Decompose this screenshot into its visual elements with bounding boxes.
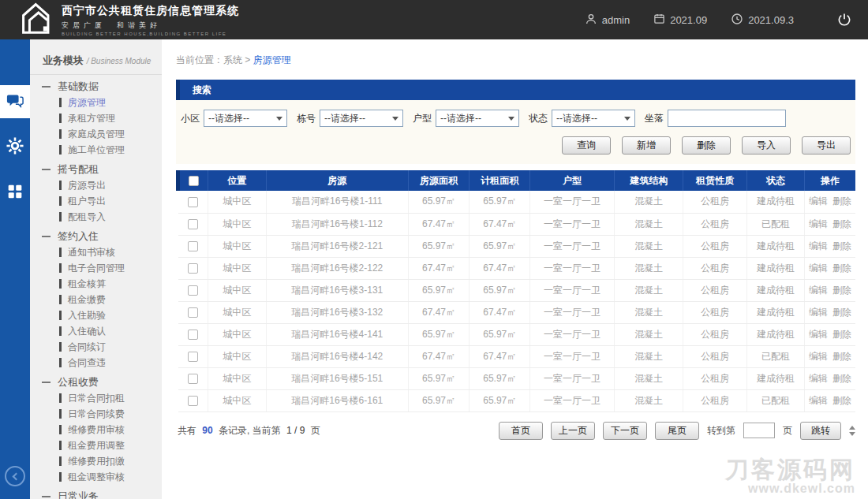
sidebar-item-label: 合同查违 bbox=[68, 356, 106, 370]
spinner-down-icon[interactable] bbox=[849, 432, 855, 439]
cell-rent_area: 65.97㎡ bbox=[470, 279, 530, 301]
sidebar-section-header[interactable]: 摇号配租 bbox=[30, 161, 162, 177]
collapse-button[interactable] bbox=[5, 466, 25, 486]
delete-link[interactable]: 删除 bbox=[832, 395, 851, 406]
cell-status: 已配租 bbox=[747, 389, 805, 411]
edit-link[interactable]: 编辑 bbox=[809, 263, 828, 274]
edit-link[interactable]: 编辑 bbox=[809, 395, 828, 406]
first-page-button[interactable]: 首页 bbox=[499, 422, 543, 440]
sidebar-item[interactable]: 房源管理 bbox=[30, 95, 162, 110]
column-header: 操作 bbox=[805, 170, 855, 191]
select-dropdown[interactable]: --请选择-- bbox=[552, 110, 635, 127]
breadcrumb-current[interactable]: 房源管理 bbox=[253, 54, 291, 65]
spinner-control[interactable] bbox=[849, 423, 855, 439]
sidebar-item[interactable]: 合同续订 bbox=[30, 339, 162, 355]
sidebar-item-label: 日常合同续费 bbox=[68, 408, 125, 421]
delete-link[interactable]: 删除 bbox=[832, 263, 851, 274]
sidebar-section-header[interactable]: 日常业务 bbox=[30, 488, 162, 499]
sidebar-item[interactable]: 电子合同管理 bbox=[30, 260, 162, 276]
goto-page-input[interactable] bbox=[743, 423, 775, 438]
sidebar-item[interactable]: 合同查违 bbox=[30, 355, 162, 371]
edit-link[interactable]: 编辑 bbox=[809, 218, 828, 229]
power-icon[interactable] bbox=[836, 12, 852, 28]
house-logo-icon bbox=[21, 2, 54, 37]
sidebar-item[interactable]: 租金费用调整 bbox=[30, 438, 162, 453]
action-button-3[interactable]: 导入 bbox=[742, 136, 791, 155]
delete-link[interactable]: 删除 bbox=[832, 329, 851, 340]
sidebar-item-label: 租金费用调整 bbox=[68, 439, 125, 452]
sidebar-item[interactable]: 日常合同续费 bbox=[30, 406, 162, 422]
row-checkbox[interactable] bbox=[188, 307, 198, 318]
sidebar-item[interactable]: 入住勘验 bbox=[30, 307, 162, 323]
sidebar-item[interactable]: 维修费用审核 bbox=[30, 422, 162, 438]
sidebar-section-header[interactable]: 签约入住 bbox=[30, 228, 162, 244]
sidebar-item[interactable]: 家庭成员管理 bbox=[30, 126, 162, 142]
edit-link[interactable]: 编辑 bbox=[809, 373, 828, 384]
action-button-4[interactable]: 导出 bbox=[802, 136, 851, 155]
edit-link[interactable]: 编辑 bbox=[809, 240, 828, 251]
select-dropdown[interactable]: --请选择-- bbox=[320, 110, 403, 127]
cell-layout: 一室一厅一卫 bbox=[530, 191, 614, 213]
action-button-1[interactable]: 新增 bbox=[622, 136, 671, 155]
sidebar-item[interactable]: 入住确认 bbox=[30, 323, 162, 339]
rail-item-apps[interactable] bbox=[0, 177, 30, 210]
sidebar-item[interactable]: 施工单位管理 bbox=[30, 142, 162, 158]
goto-suffix: 页 bbox=[783, 424, 792, 438]
sidebar-section: 签约入住通知书审核电子合同管理租金核算租金缴费入住勘验入住确认合同续订合同查违 bbox=[30, 228, 162, 371]
sidebar-item[interactable]: 维修费用扣缴 bbox=[30, 453, 162, 469]
select-all-checkbox[interactable] bbox=[189, 176, 199, 186]
sidebar-item[interactable]: 租金核算 bbox=[30, 276, 162, 292]
row-checkbox[interactable] bbox=[188, 374, 198, 384]
row-checkbox[interactable] bbox=[188, 396, 198, 406]
delete-link[interactable]: 删除 bbox=[832, 240, 851, 251]
sidebar-item[interactable]: 租金缴费 bbox=[30, 292, 162, 307]
sidebar-item[interactable]: 日常合同扣租 bbox=[30, 390, 162, 406]
last-page-button[interactable]: 尾页 bbox=[655, 422, 699, 440]
jump-button[interactable]: 跳转 bbox=[800, 422, 841, 440]
sidebar-section-header[interactable]: 公租收费 bbox=[30, 374, 162, 390]
cell-nature: 公租房 bbox=[683, 213, 747, 235]
address-input[interactable] bbox=[668, 110, 786, 127]
action-button-2[interactable]: 删除 bbox=[682, 136, 731, 155]
sidebar-section-header[interactable]: 基础数据 bbox=[30, 78, 162, 95]
row-checkbox[interactable] bbox=[188, 197, 198, 207]
rail-item-settings[interactable] bbox=[0, 131, 30, 164]
row-checkbox[interactable] bbox=[188, 352, 198, 362]
action-button-0[interactable]: 查询 bbox=[562, 136, 611, 155]
sidebar-item[interactable]: 房源导出 bbox=[30, 177, 162, 193]
sidebar-item[interactable]: 配租导入 bbox=[30, 209, 162, 225]
row-checkbox[interactable] bbox=[188, 285, 198, 296]
search-field: 栋号--请选择-- bbox=[297, 110, 403, 127]
delete-link[interactable]: 删除 bbox=[832, 285, 851, 296]
row-checkbox[interactable] bbox=[188, 330, 198, 340]
row-checkbox[interactable] bbox=[188, 241, 198, 251]
sidebar-item[interactable]: 租金调整审核 bbox=[30, 469, 162, 485]
sidebar-item[interactable]: 承租方管理 bbox=[30, 110, 162, 126]
delete-link[interactable]: 删除 bbox=[832, 307, 851, 318]
edit-link[interactable]: 编辑 bbox=[809, 351, 828, 362]
sidebar-item-label: 施工单位管理 bbox=[68, 143, 125, 157]
column-header: 房源 bbox=[266, 170, 408, 191]
edit-link[interactable]: 编辑 bbox=[809, 307, 828, 318]
delete-link[interactable]: 删除 bbox=[832, 351, 851, 362]
edit-link[interactable]: 编辑 bbox=[809, 196, 828, 207]
row-checkbox[interactable] bbox=[188, 263, 198, 274]
select-dropdown[interactable]: --请选择-- bbox=[204, 110, 287, 127]
cell-location: 城中区 bbox=[208, 301, 266, 323]
edit-link[interactable]: 编辑 bbox=[809, 285, 828, 296]
spinner-up-icon[interactable] bbox=[849, 423, 855, 430]
delete-link[interactable]: 删除 bbox=[832, 218, 851, 229]
delete-link[interactable]: 删除 bbox=[832, 373, 851, 384]
delete-link[interactable]: 删除 bbox=[832, 196, 851, 207]
sidebar-item[interactable]: 通知书审核 bbox=[30, 244, 162, 260]
cell-location: 城中区 bbox=[208, 389, 266, 411]
row-checkbox[interactable] bbox=[188, 219, 198, 229]
select-dropdown[interactable]: --请选择-- bbox=[436, 110, 519, 127]
sidebar-item[interactable]: 租户导出 bbox=[30, 193, 162, 209]
prev-page-button[interactable]: 上一页 bbox=[551, 422, 595, 440]
watermark-title: 刀客源码网 bbox=[725, 457, 855, 482]
edit-link[interactable]: 编辑 bbox=[809, 329, 828, 340]
rail-item-messages[interactable] bbox=[0, 85, 30, 118]
next-page-button[interactable]: 下一页 bbox=[603, 422, 647, 440]
table-row: 城中区瑞昌河畔16号楼4-14267.47㎡67.47㎡一室一厅一卫混凝土公租房… bbox=[178, 345, 856, 367]
